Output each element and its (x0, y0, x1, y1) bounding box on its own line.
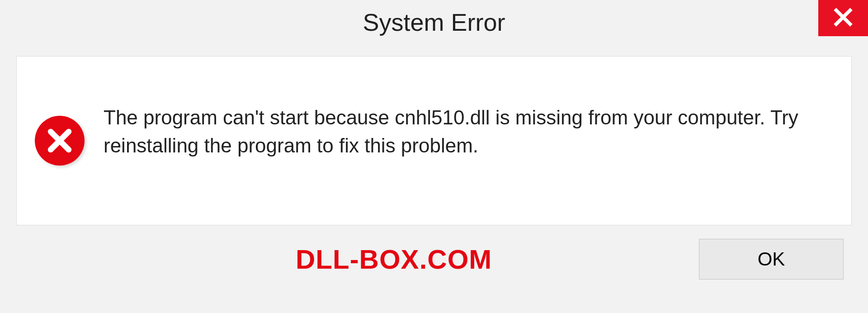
message-panel: The program can't start because cnhl510.… (16, 56, 852, 225)
error-icon (35, 116, 85, 166)
ok-button[interactable]: OK (699, 239, 844, 280)
watermark-text: DLL-BOX.COM (296, 244, 492, 275)
close-button[interactable] (818, 0, 868, 36)
title-bar: System Error (0, 0, 868, 45)
error-message: The program can't start because cnhl510.… (104, 104, 833, 159)
dialog-title: System Error (363, 8, 505, 36)
close-icon (833, 7, 854, 29)
dialog-footer: DLL-BOX.COM OK (0, 225, 868, 280)
